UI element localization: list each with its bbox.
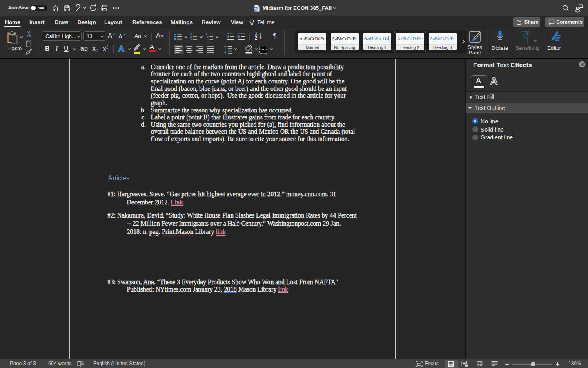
svg-text:2: 2 — [190, 36, 192, 38]
svg-text:W: W — [254, 7, 257, 11]
svg-text:a: a — [207, 36, 209, 38]
svg-text:3: 3 — [190, 38, 192, 41]
svg-text:i: i — [208, 38, 209, 41]
svg-text:1: 1 — [206, 33, 207, 35]
svg-text:1: 1 — [190, 33, 192, 35]
